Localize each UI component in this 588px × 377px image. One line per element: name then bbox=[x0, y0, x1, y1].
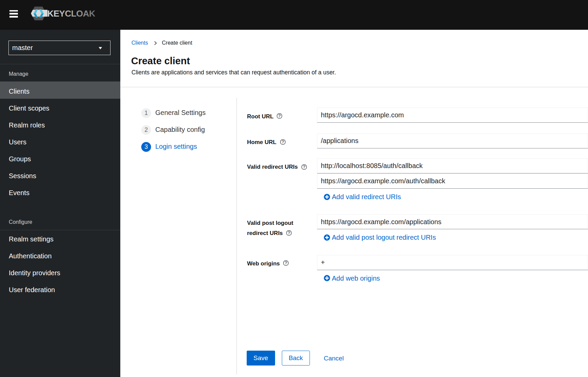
svg-text:?: ? bbox=[281, 140, 284, 144]
svg-text:?: ? bbox=[303, 165, 305, 169]
svg-text:?: ? bbox=[278, 114, 281, 118]
svg-text:?: ? bbox=[285, 261, 287, 265]
svg-text:KEYCLOAK: KEYCLOAK bbox=[47, 8, 95, 19]
svg-text:?: ? bbox=[288, 231, 290, 235]
